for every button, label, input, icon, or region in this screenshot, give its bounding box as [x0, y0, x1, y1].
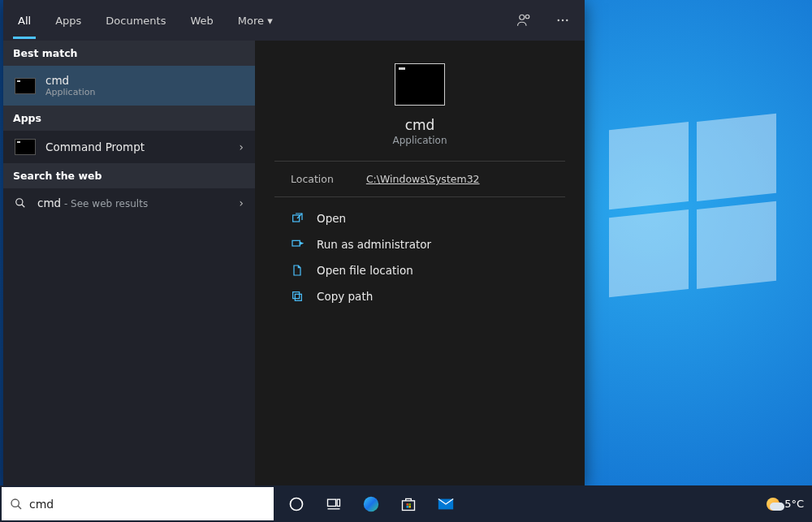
- chevron-down-icon: ▾: [267, 15, 273, 27]
- task-view-icon[interactable]: [321, 485, 347, 522]
- svg-rect-7: [293, 215, 300, 222]
- taskbar-icons: [283, 485, 459, 522]
- cmd-icon: [15, 78, 36, 94]
- weather-widget[interactable]: 5°C: [758, 498, 812, 511]
- tab-web[interactable]: Web: [185, 2, 218, 39]
- svg-rect-15: [337, 499, 339, 506]
- svg-point-17: [364, 496, 378, 511]
- action-open-file-location[interactable]: Open file location: [279, 257, 560, 283]
- web-result-suffix: - See web results: [61, 198, 148, 209]
- svg-rect-19: [407, 503, 409, 506]
- action-open[interactable]: Open: [279, 205, 560, 231]
- web-result[interactable]: cmd - See web results ›: [3, 188, 255, 218]
- app-icon-large: [395, 63, 445, 106]
- svg-line-6: [22, 205, 25, 208]
- svg-point-11: [11, 499, 19, 507]
- best-match-header: Best match: [3, 41, 255, 66]
- folder-icon: [291, 264, 304, 277]
- svg-point-13: [291, 498, 303, 510]
- location-value[interactable]: C:\Windows\System32: [366, 173, 480, 185]
- apps-item-title: Command Prompt: [45, 140, 145, 153]
- svg-rect-22: [408, 506, 411, 508]
- results-list: Best match cmd Application Apps Command …: [3, 41, 255, 485]
- svg-rect-20: [408, 503, 411, 506]
- search-results-panel: All Apps Documents Web More ▾ Best match…: [3, 0, 585, 485]
- taskbar-search-box[interactable]: [2, 487, 274, 520]
- best-match-subtitle: Application: [45, 87, 95, 97]
- rewards-icon[interactable]: [512, 8, 536, 32]
- detail-title: cmd: [274, 117, 565, 133]
- best-match-title: cmd: [45, 74, 95, 87]
- svg-point-3: [562, 19, 564, 21]
- store-icon[interactable]: [395, 485, 421, 522]
- svg-rect-10: [293, 292, 300, 299]
- svg-rect-9: [295, 294, 301, 300]
- desktop: All Apps Documents Web More ▾ Best match…: [0, 0, 812, 522]
- more-options-icon[interactable]: [551, 8, 575, 32]
- location-row: Location C:\Windows\System32: [274, 162, 565, 196]
- chevron-right-icon: ›: [240, 196, 244, 209]
- action-run-as-admin-label: Run as administrator: [317, 238, 431, 251]
- tab-more[interactable]: More ▾: [233, 2, 278, 39]
- search-filter-tabs: All Apps Documents Web More ▾: [3, 0, 585, 41]
- svg-line-12: [18, 506, 21, 509]
- search-web-header: Search the web: [3, 163, 255, 188]
- cortana-icon[interactable]: [283, 485, 309, 522]
- svg-rect-8: [292, 240, 300, 246]
- open-icon: [291, 212, 304, 225]
- action-copy-path[interactable]: Copy path: [279, 283, 560, 309]
- edge-icon[interactable]: [358, 485, 384, 522]
- tab-apps[interactable]: Apps: [50, 2, 86, 39]
- shield-icon: [291, 238, 304, 251]
- svg-point-1: [525, 15, 529, 19]
- best-match-result[interactable]: cmd Application: [3, 66, 255, 106]
- location-label: Location: [291, 173, 334, 185]
- web-result-query: cmd: [37, 196, 61, 209]
- weather-temp: 5°C: [784, 498, 804, 510]
- tab-all[interactable]: All: [13, 2, 36, 39]
- actions-list: Open Run as administrator Open file loca…: [274, 197, 565, 317]
- result-detail-pane: cmd Application Location C:\Windows\Syst…: [255, 41, 585, 485]
- search-icon: [15, 197, 28, 209]
- search-icon: [10, 498, 23, 511]
- svg-rect-21: [407, 506, 409, 508]
- action-open-file-location-label: Open file location: [317, 264, 413, 277]
- tab-documents[interactable]: Documents: [101, 2, 171, 39]
- cmd-icon: [15, 139, 36, 155]
- action-run-as-admin[interactable]: Run as administrator: [279, 231, 560, 257]
- detail-subtitle: Application: [274, 135, 565, 146]
- taskbar: 5°C: [0, 485, 812, 522]
- action-copy-path-label: Copy path: [317, 290, 373, 303]
- mail-icon[interactable]: [433, 485, 459, 522]
- svg-point-5: [16, 199, 23, 205]
- windows-logo-wallpaper: [609, 122, 780, 292]
- svg-rect-14: [328, 499, 336, 506]
- svg-point-2: [558, 19, 559, 21]
- chevron-right-icon: ›: [240, 140, 244, 153]
- action-open-label: Open: [317, 212, 346, 225]
- svg-point-0: [520, 15, 525, 19]
- copy-icon: [291, 290, 304, 303]
- svg-point-4: [566, 19, 568, 21]
- apps-header: Apps: [3, 106, 255, 131]
- weather-icon: [767, 498, 780, 511]
- search-input[interactable]: [29, 487, 266, 520]
- apps-result-command-prompt[interactable]: Command Prompt ›: [3, 131, 255, 163]
